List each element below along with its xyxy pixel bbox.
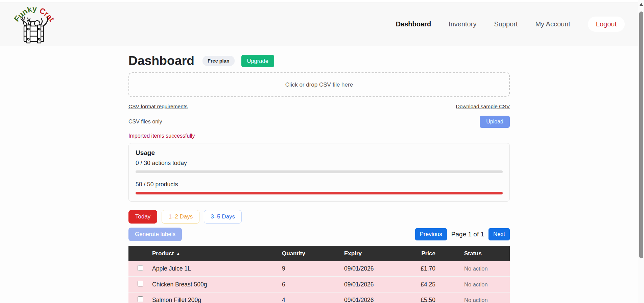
next-page-button[interactable]: Next	[488, 228, 510, 240]
table-toolbar: Generate labels Previous Page 1 of 1 Nex…	[128, 228, 510, 241]
nav-item-dashboard[interactable]: Dashboard	[396, 20, 431, 28]
expiry-cell: 09/01/2026	[344, 277, 408, 292]
products-table: Product▲ Quantity Expiry Price Status Ap…	[128, 246, 510, 303]
expiry-column-header[interactable]: Expiry	[344, 246, 408, 261]
quantity-cell: 4	[282, 292, 344, 303]
usage-card: Usage 0 / 30 actions today 50 / 50 produ…	[128, 143, 510, 202]
product-column-header[interactable]: Product▲	[152, 246, 282, 261]
csv-dropzone[interactable]: Click or drop CSV file here	[128, 72, 510, 97]
scrollbar-up-arrow-icon[interactable]	[639, 3, 643, 6]
dropzone-text: Click or drop CSV file here	[285, 81, 353, 88]
nav-item-inventory[interactable]: Inventory	[449, 20, 476, 28]
download-sample-csv-link[interactable]: Download sample CSV	[456, 103, 510, 110]
main-navigation: Dashboard Inventory Support My Account L…	[396, 17, 625, 32]
products-progress-fill	[136, 192, 503, 194]
actions-usage-label: 0 / 30 actions today	[136, 160, 503, 167]
select-column-header	[128, 246, 152, 261]
upload-row: CSV files only Upload	[128, 116, 510, 128]
price-cell: £4.25	[408, 277, 436, 292]
csv-links-row: CSV format requirements Download sample …	[128, 103, 510, 110]
top-navbar: FunkyCrate	[0, 2, 638, 46]
nav-item-my-account[interactable]: My Account	[535, 20, 570, 28]
products-progress-track	[136, 192, 503, 194]
quantity-cell: 9	[282, 261, 344, 277]
status-cell: No action	[436, 261, 510, 277]
products-usage-label: 50 / 50 products	[136, 181, 503, 188]
main-content: Dashboard Free plan Upgrade Click or dro…	[128, 54, 510, 303]
table-row: Apple Juice 1L 9 09/01/2026 £1.70 No act…	[128, 261, 510, 277]
logout-button[interactable]: Logout	[588, 17, 625, 32]
quantity-cell: 6	[282, 277, 344, 292]
page-header: Dashboard Free plan Upgrade	[128, 54, 510, 68]
pagination: Previous Page 1 of 1 Next	[415, 228, 510, 240]
row-checkbox[interactable]	[138, 296, 143, 302]
filter-1-2-days-button[interactable]: 1–2 Days	[162, 210, 199, 224]
price-column-header[interactable]: Price	[408, 246, 436, 261]
filter-today-button[interactable]: Today	[128, 210, 157, 224]
page-title: Dashboard	[128, 54, 194, 68]
nav-item-support[interactable]: Support	[494, 20, 518, 28]
status-column-header[interactable]: Status	[436, 246, 510, 261]
product-cell: Salmon Fillet 200g	[152, 292, 282, 303]
table-row: Chicken Breast 500g 6 09/01/2026 £4.25 N…	[128, 277, 510, 292]
row-checkbox[interactable]	[138, 265, 143, 271]
upgrade-button[interactable]: Upgrade	[241, 55, 274, 67]
svg-text:FunkyCrate: FunkyCrate	[14, 4, 55, 23]
crate-illustration	[21, 17, 48, 43]
price-cell: £1.70	[408, 261, 436, 277]
row-checkbox[interactable]	[138, 281, 143, 286]
expiry-filters: Today 1–2 Days 3–5 Days	[128, 210, 510, 224]
previous-page-button[interactable]: Previous	[415, 228, 447, 240]
csv-format-requirements-link[interactable]: CSV format requirements	[128, 103, 188, 110]
price-cell: £5.50	[408, 292, 436, 303]
scrollbar-thumb[interactable]	[639, 11, 643, 258]
expiry-cell: 09/01/2026	[344, 292, 408, 303]
product-cell: Apple Juice 1L	[152, 261, 282, 277]
sort-ascending-icon: ▲	[176, 251, 181, 256]
funky-crate-logo: FunkyCrate	[14, 4, 55, 44]
logo-word-funky: Funky	[14, 4, 37, 23]
status-cell: No action	[436, 277, 510, 292]
quantity-column-header[interactable]: Quantity	[282, 246, 344, 261]
csv-files-only-hint: CSV files only	[128, 119, 162, 125]
import-status-message: Imported items successfully	[128, 133, 510, 139]
vertical-scrollbar[interactable]	[638, 0, 644, 303]
filter-3-5-days-button[interactable]: 3–5 Days	[204, 210, 242, 224]
top-edge-strip	[0, 0, 638, 2]
table-header-row: Product▲ Quantity Expiry Price Status	[128, 246, 510, 261]
usage-title: Usage	[136, 149, 503, 157]
expiry-cell: 09/01/2026	[344, 261, 408, 277]
actions-progress-track	[136, 170, 503, 173]
status-cell: No action	[436, 292, 510, 303]
product-cell: Chicken Breast 500g	[152, 277, 282, 292]
plan-badge: Free plan	[202, 56, 234, 66]
table-row: Salmon Fillet 200g 4 09/01/2026 £5.50 No…	[128, 292, 510, 303]
upload-button[interactable]: Upload	[480, 116, 510, 128]
app-viewport: FunkyCrate	[0, 0, 644, 303]
page-info-text: Page 1 of 1	[451, 231, 484, 238]
generate-labels-button[interactable]: Generate labels	[128, 228, 182, 241]
